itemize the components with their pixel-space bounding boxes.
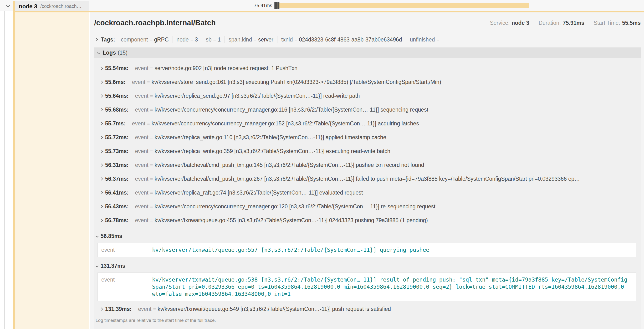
- log-field-value: kv/kvserver/batcheval/cmd_push_txn.go:26…: [154, 176, 580, 182]
- log-detail-table: eventkv/kvserver/txnwait/queue.go:538 [n…: [98, 272, 636, 301]
- log-entry-row[interactable]: 55.72ms:event=kv/kvserver/replica_write.…: [94, 130, 641, 144]
- logs-accordion-header[interactable]: Logs (15): [94, 48, 641, 58]
- log-detail-row: eventkv/kvserver/txnwait/queue.go:538 [n…: [98, 276, 636, 298]
- log-entry-row[interactable]: 55.68ms:event=kv/kvserver/concurrency/co…: [94, 103, 641, 116]
- start-time-value: 55.5ms: [622, 20, 641, 26]
- tag-key: unfinished: [410, 36, 435, 43]
- chevron-right-icon: [100, 164, 103, 167]
- log-entry-row[interactable]: 56.78ms:event=kv/kvserver/txnwait/queue.…: [94, 213, 641, 227]
- chevron-right-icon: [100, 177, 103, 180]
- chevron-right-icon: [100, 308, 103, 311]
- log-entry-row[interactable]: 56.43ms:event=kv/kvserver/concurrency/co…: [94, 200, 641, 213]
- equals-sign: =: [294, 37, 298, 42]
- span-duration-bar[interactable]: [277, 3, 529, 8]
- equals-sign: =: [150, 162, 153, 168]
- span-accent-stripe: [13, 1, 15, 329]
- log-entry-row[interactable]: 55.6ms:event=kv/kvserver/store_send.go:1…: [94, 75, 641, 89]
- chevron-right-icon: [100, 191, 103, 194]
- log-field: event=kv/kvserver/replica_send.go:97 [n3…: [135, 93, 360, 99]
- log-field-key: event: [135, 65, 148, 71]
- tag-value: 024d3323-6c8f-4863-aa8b-37ab0e63496d: [299, 36, 402, 43]
- detail-row-top-border: [13, 11, 644, 12]
- log-field: event=kv/kvserver/concurrency/concurrenc…: [135, 203, 435, 210]
- log-entry-row[interactable]: 131.39ms:event=kv/kvserver/txnwait/queue…: [94, 302, 641, 316]
- tag-item: node=3: [173, 36, 198, 43]
- chevron-right-icon: [100, 150, 103, 153]
- log-field: event=kv/kvserver/store_send.go:161 [n3,…: [132, 79, 441, 85]
- span-name-cell[interactable]: node 3 /cockroach.roach…: [13, 1, 89, 12]
- log-field-value: server/node.go:902 [n3] node received re…: [154, 65, 298, 71]
- log-field-key: event: [135, 134, 148, 140]
- log-marker-tick: [278, 2, 279, 9]
- log-marker-tick: [276, 2, 277, 9]
- span-timeline: 75.91ms: [89, 0, 644, 11]
- chevron-right-icon: [100, 205, 103, 208]
- log-entry-expanded-header[interactable]: 56.85ms: [94, 227, 641, 243]
- collapse-children-toggle[interactable]: [6, 4, 10, 8]
- log-marker-tick: [278, 2, 278, 9]
- log-timestamp: 56.43ms:: [105, 203, 128, 210]
- span-row[interactable]: node 3 /cockroach.roach… 75.91ms: [0, 0, 644, 11]
- tag-value: gRPC: [154, 36, 168, 43]
- log-timestamp: 55.64ms:: [105, 93, 128, 99]
- tags-accordion[interactable]: Tags: component=gRPCnode=3sb=1span.kind=…: [94, 32, 641, 46]
- log-detail-row: eventkv/kvserver/txnwait/queue.go:557 [n…: [98, 246, 636, 254]
- tag-item: sb=1: [202, 36, 221, 43]
- logs-title: Logs: [103, 50, 116, 56]
- tag-key: component: [121, 36, 148, 43]
- log-field: event=kv/kvserver/batcheval/cmd_push_txn…: [135, 176, 580, 182]
- log-field-value: kv/kvserver/replica_write.go:359 [n3,s3,…: [154, 148, 390, 154]
- log-timestamp: 56.31ms:: [105, 162, 128, 168]
- log-timestamp: 56.41ms:: [105, 190, 128, 196]
- log-entry-row[interactable]: 55.7ms:event=kv/kvserver/concurrency/con…: [94, 116, 641, 130]
- tag-item: unfinished=: [406, 36, 441, 43]
- log-entry-row[interactable]: 56.31ms:event=kv/kvserver/batcheval/cmd_…: [94, 158, 641, 172]
- log-timestamp: 56.85ms: [100, 233, 122, 239]
- tag-value: 1: [218, 36, 221, 43]
- logs-list: 55.54ms:event=server/node.go:902 [n3] no…: [94, 58, 641, 316]
- log-field-value: kv/kvserver/concurrency/concurrency_mana…: [154, 106, 428, 113]
- log-timestamp: 55.73ms:: [105, 148, 128, 154]
- log-field-key: event: [135, 106, 148, 113]
- tag-item: span.kind=server: [225, 36, 274, 43]
- equals-sign: =: [150, 218, 153, 223]
- logs-section: Logs (15) 55.54ms:event=server/node.go:9…: [94, 48, 641, 329]
- chevron-right-icon: [100, 136, 103, 139]
- chevron-down-icon: [97, 51, 100, 54]
- log-timestamp: 56.37ms:: [105, 176, 128, 182]
- logs-footnote: Log timestamps are relative to the start…: [94, 316, 641, 323]
- logs-bottom-divider: [94, 326, 641, 326]
- equals-sign: =: [150, 94, 153, 99]
- tag-key: span.kind: [228, 36, 252, 43]
- log-entry-row[interactable]: 56.37ms:event=kv/kvserver/batcheval/cmd_…: [94, 172, 641, 186]
- log-entry-expanded-header[interactable]: 131.37ms: [94, 257, 641, 272]
- log-timestamp: 56.78ms:: [105, 217, 128, 224]
- tag-item: component=gRPC: [117, 36, 169, 43]
- log-entry-row[interactable]: 55.64ms:event=kv/kvserver/replica_send.g…: [94, 89, 641, 103]
- equals-sign: =: [150, 149, 153, 154]
- chevron-right-icon: [100, 94, 103, 98]
- log-entry-row[interactable]: 55.73ms:event=kv/kvserver/replica_write.…: [94, 144, 641, 158]
- chevron-right-icon: [100, 219, 103, 222]
- duration-label: Duration:: [539, 20, 561, 26]
- log-field: event=kv/kvserver/batcheval/cmd_push_txn…: [135, 162, 424, 168]
- tag-key: txnid: [281, 36, 293, 43]
- tags-label: Tags:: [101, 36, 115, 43]
- log-field: event=kv/kvserver/concurrency/concurrenc…: [135, 106, 428, 113]
- log-entry-row[interactable]: 56.41ms:event=kv/kvserver/replica_raft.g…: [94, 186, 641, 200]
- log-entry-row[interactable]: 55.54ms:event=server/node.go:902 [n3] no…: [94, 61, 641, 75]
- equals-sign: =: [150, 37, 152, 42]
- log-field: event=kv/kvserver/replica_write.go:110 […: [135, 134, 386, 141]
- chevron-right-icon: [100, 80, 103, 84]
- log-timestamp: 55.54ms:: [105, 65, 128, 72]
- span-detail-panel: /cockroach.roachpb.Internal/Batch Servic…: [90, 12, 644, 329]
- chevron-down-icon: [96, 264, 99, 268]
- equals-sign: =: [150, 204, 153, 209]
- log-field-value: kv/kvserver/concurrency/concurrency_mana…: [152, 120, 419, 126]
- span-tint-column: [15, 12, 89, 329]
- logs-count: (15): [118, 50, 128, 56]
- span-service-name: node 3: [19, 3, 37, 10]
- log-field-value: kv/kvserver/concurrency/concurrency_mana…: [154, 203, 435, 210]
- log-timestamp: 55.68ms:: [105, 106, 128, 113]
- chevron-right-icon: [100, 108, 103, 111]
